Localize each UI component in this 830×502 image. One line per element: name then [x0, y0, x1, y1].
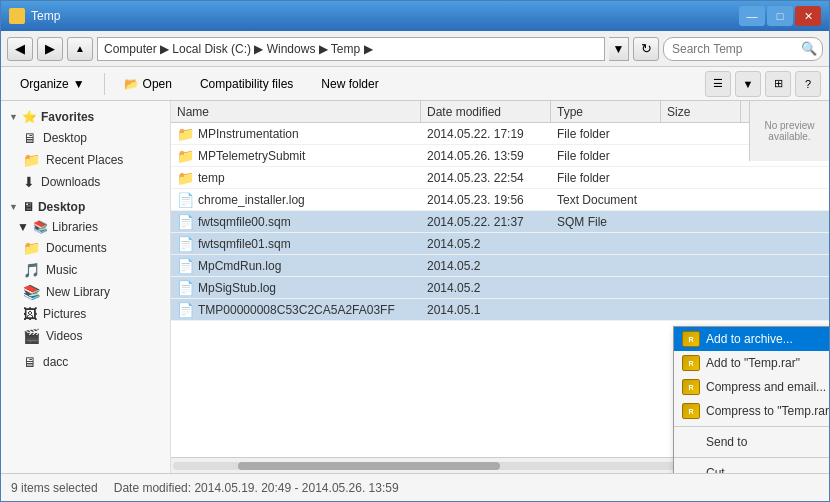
col-header-name[interactable]: Name	[171, 101, 421, 122]
folder-icon: 📁	[177, 126, 194, 142]
music-label: Music	[46, 263, 77, 277]
new-library-label: New Library	[46, 285, 110, 299]
file-name-cell: 📄 chrome_installer.log	[171, 192, 421, 208]
compatibility-files-button[interactable]: Compatibility files	[189, 71, 304, 97]
document-icon: 📄	[177, 236, 194, 252]
back-button[interactable]: ◀	[7, 37, 33, 61]
ctx-compress-email-label: Compress and email...	[706, 380, 826, 394]
sidebar-item-libraries[interactable]: ▼ 📚 Libraries	[1, 217, 170, 237]
sidebar-item-pictures[interactable]: 🖼 Pictures	[1, 303, 170, 325]
sidebar-item-music[interactable]: 🎵 Music	[1, 259, 170, 281]
open-icon: 📂	[124, 77, 139, 91]
help-button[interactable]: ?	[795, 71, 821, 97]
sidebar-item-new-library[interactable]: 📚 New Library	[1, 281, 170, 303]
sidebar-desktop-header[interactable]: ▼ 🖥 Desktop	[1, 197, 170, 217]
favorites-arrow-icon: ▼	[9, 112, 18, 122]
document-icon: 📄	[177, 214, 194, 230]
rar-icon-add-temp: R	[682, 354, 700, 372]
file-name: MpSigStub.log	[198, 281, 276, 295]
file-date-cell: 2014.05.26. 13:59	[421, 149, 551, 163]
forward-button[interactable]: ▶	[37, 37, 63, 61]
col-header-size[interactable]: Size	[661, 101, 741, 122]
table-row[interactable]: 📄 fwtsqmfile00.sqm 2014.05.22. 21:37 SQM…	[171, 211, 829, 233]
toolbar-separator-1	[104, 73, 105, 95]
file-type-cell: SQM File	[551, 215, 661, 229]
up-button[interactable]: ▲	[67, 37, 93, 61]
content-area: ▼ ⭐ Favorites 🖥 Desktop 📁 Recent Places …	[1, 101, 829, 473]
file-date-cell: 2014.05.23. 22:54	[421, 171, 551, 185]
title-bar-controls: — □ ✕	[739, 6, 821, 26]
ctx-item-send-to[interactable]: Send to ▶	[674, 430, 829, 454]
sidebar-item-desktop[interactable]: 🖥 Desktop	[1, 127, 170, 149]
col-size-label: Size	[667, 105, 690, 119]
table-row[interactable]: 📁 temp 2014.05.23. 22:54 File folder	[171, 167, 829, 189]
table-row[interactable]: 📄 TMP00000008C53C2CA5A2FA03FF 2014.05.1	[171, 299, 829, 321]
ctx-item-add-temp-rar[interactable]: R Add to "Temp.rar"	[674, 351, 829, 375]
table-row[interactable]: 📄 fwtsqmfile01.sqm 2014.05.2	[171, 233, 829, 255]
minimize-button[interactable]: —	[739, 6, 765, 26]
sidebar-item-videos[interactable]: 🎬 Videos	[1, 325, 170, 347]
file-type-cell: Text Document	[551, 193, 661, 207]
refresh-button[interactable]: ↻	[633, 37, 659, 61]
libraries-arrow-icon: ▼	[17, 220, 29, 234]
new-folder-button[interactable]: New folder	[310, 71, 389, 97]
table-row[interactable]: 📄 MpCmdRun.log 2014.05.2	[171, 255, 829, 277]
organize-button[interactable]: Organize ▼	[9, 71, 96, 97]
file-name-cell: 📁 MPInstrumentation	[171, 126, 421, 142]
sidebar-recent-label: Recent Places	[46, 153, 123, 167]
address-dropdown-arrow[interactable]: ▼	[609, 37, 629, 61]
ctx-item-compress-email[interactable]: R Compress and email...	[674, 375, 829, 399]
maximize-button[interactable]: □	[767, 6, 793, 26]
rar-icon-compress-email: R	[682, 378, 700, 396]
address-path[interactable]: Computer ▶ Local Disk (C:) ▶ Windows ▶ T…	[97, 37, 605, 61]
dacc-icon: 🖥	[23, 354, 37, 370]
file-name: fwtsqmfile01.sqm	[198, 237, 291, 251]
ctx-separator-1	[674, 426, 829, 427]
pictures-icon: 🖼	[23, 306, 37, 322]
view-dropdown-button[interactable]: ▼	[735, 71, 761, 97]
file-date-cell: 2014.05.22. 21:37	[421, 215, 551, 229]
ctx-compress-temp-label: Compress to "Temp.rar" and email	[706, 404, 829, 418]
preview-pane-button[interactable]: ⊞	[765, 71, 791, 97]
ctx-item-compress-temp-email[interactable]: R Compress to "Temp.rar" and email	[674, 399, 829, 423]
table-row[interactable]: 📁 MPTelemetrySubmit 2014.05.26. 13:59 Fi…	[171, 145, 829, 167]
sidebar-item-downloads[interactable]: ⬇ Downloads	[1, 171, 170, 193]
open-button[interactable]: 📂 Open	[113, 71, 183, 97]
sidebar-favorites-header[interactable]: ▼ ⭐ Favorites	[1, 107, 170, 127]
close-button[interactable]: ✕	[795, 6, 821, 26]
change-view-button[interactable]: ☰	[705, 71, 731, 97]
document-icon: 📄	[177, 280, 194, 296]
videos-label: Videos	[46, 329, 82, 343]
hscroll-thumb	[238, 462, 500, 470]
table-row[interactable]: 📄 MpSigStub.log 2014.05.2	[171, 277, 829, 299]
sidebar-item-documents[interactable]: 📁 Documents	[1, 237, 170, 259]
table-row[interactable]: 📄 chrome_installer.log 2014.05.23. 19:56…	[171, 189, 829, 211]
col-name-label: Name	[177, 105, 209, 119]
file-name: fwtsqmfile00.sqm	[198, 215, 291, 229]
sidebar-item-dacc[interactable]: 🖥 dacc	[1, 351, 170, 373]
search-input[interactable]	[663, 37, 823, 61]
document-icon: 📄	[177, 302, 194, 318]
col-type-label: Type	[557, 105, 583, 119]
sidebar-item-recent-places[interactable]: 📁 Recent Places	[1, 149, 170, 171]
ctx-item-cut[interactable]: Cut	[674, 461, 829, 473]
file-date-cell: 2014.05.1	[421, 303, 551, 317]
col-header-date[interactable]: Date modified	[421, 101, 551, 122]
ctx-cut-label: Cut	[706, 466, 725, 473]
rar-icon-add-archive: R	[682, 330, 700, 348]
recent-places-icon: 📁	[23, 152, 40, 168]
file-date-cell: 2014.05.23. 19:56	[421, 193, 551, 207]
address-bar: ◀ ▶ ▲ Computer ▶ Local Disk (C:) ▶ Windo…	[1, 31, 829, 67]
pictures-label: Pictures	[43, 307, 86, 321]
window-title: Temp	[31, 9, 60, 23]
libraries-label: Libraries	[52, 220, 98, 234]
dacc-label: dacc	[43, 355, 68, 369]
favorites-label: ⭐	[22, 110, 37, 124]
organize-arrow-icon: ▼	[73, 77, 85, 91]
file-name: MpCmdRun.log	[198, 259, 281, 273]
rar-icon-compress-temp-email: R	[682, 402, 700, 420]
table-row[interactable]: 📁 MPInstrumentation 2014.05.22. 17:19 Fi…	[171, 123, 829, 145]
ctx-item-add-archive[interactable]: R Add to archive...	[674, 327, 829, 351]
col-header-type[interactable]: Type	[551, 101, 661, 122]
title-bar: Temp — □ ✕	[1, 1, 829, 31]
